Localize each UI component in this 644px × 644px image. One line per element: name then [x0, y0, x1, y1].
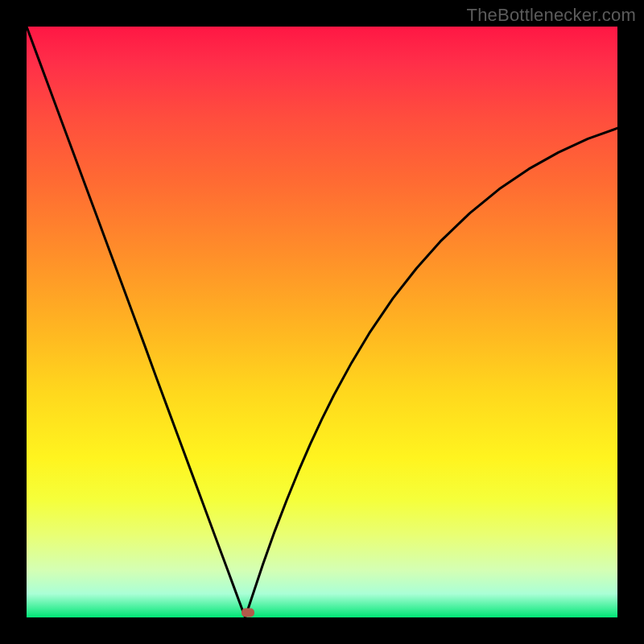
watermark-text: TheBottlenecker.com: [467, 5, 636, 26]
curve-svg: [27, 27, 617, 617]
minimum-marker: [242, 609, 254, 617]
chart-frame: TheBottlenecker.com: [0, 0, 644, 644]
plot-area: [27, 27, 617, 617]
bottleneck-curve-path: [27, 27, 617, 617]
